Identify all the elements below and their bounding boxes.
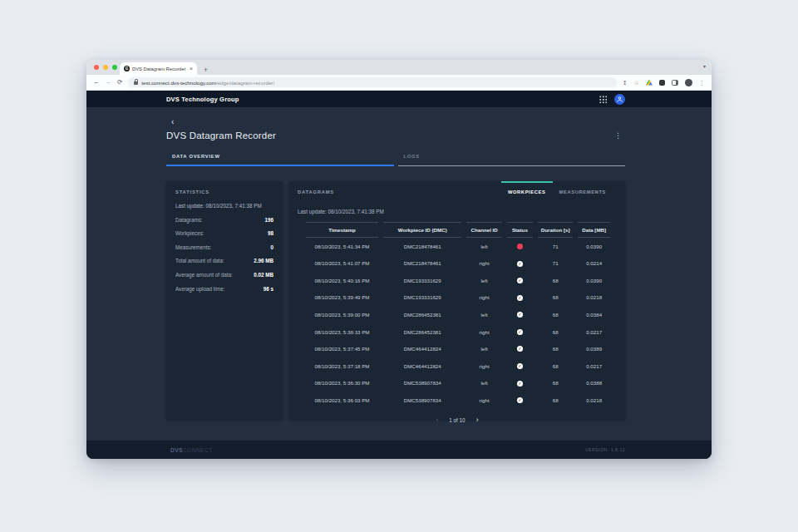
statistics-panel: STATISTICS Last update: 08/10/2023, 7:41…: [166, 181, 283, 420]
cell-duration: 68: [535, 323, 575, 340]
statistics-title: STATISTICS: [175, 190, 273, 195]
minimize-window-button[interactable]: [103, 65, 108, 70]
browser-tab[interactable]: G DVS Datagram Recorder ×: [120, 62, 197, 75]
cell-data-size: 0.0388: [575, 375, 613, 392]
browser-tab-strip: G DVS Datagram Recorder × + ▾: [86, 60, 712, 75]
table-row[interactable]: 08/10/2023, 5:39:00 PMDMC286452381left✓6…: [303, 306, 613, 323]
extension-icon[interactable]: [659, 80, 665, 86]
cell-channel-id: left: [464, 273, 504, 289]
table-row[interactable]: 08/10/2023, 5:39:49 PMDMC193331629right✓…: [303, 289, 613, 307]
app-main: ‹ DVS Datagram Recorder ⋮ DATA OVERVIEW …: [86, 107, 712, 441]
footer-brand-bold: DVS: [170, 447, 183, 453]
cell-timestamp: 08/10/2023, 5:39:00 PM: [303, 307, 381, 323]
tab-measurements[interactable]: MEASUREMENTS: [553, 181, 613, 198]
status-ok-icon: ✓: [517, 261, 523, 267]
stat-label: Total amount of data:: [175, 258, 224, 264]
cell-workpiece-id: DMC193331629: [381, 273, 464, 289]
table-row[interactable]: 08/10/2023, 5:41:07 PMDMC218478461right✓…: [303, 255, 613, 273]
maximize-window-button[interactable]: [112, 65, 117, 70]
footer-version: VERSION: 1.8.12: [585, 447, 625, 452]
url-path: /edge/datagram-recorder/: [216, 80, 274, 86]
column-header: Workpiece ID (DMC): [383, 222, 461, 238]
cell-workpiece-id: DMC286452381: [381, 323, 464, 340]
tab-search-chevron-icon[interactable]: ▾: [703, 63, 706, 69]
stat-label: Measurements:: [175, 244, 211, 250]
statistics-last-update: Last update: 08/10/2023, 7:41:38 PM: [175, 203, 273, 209]
cell-duration: 68: [535, 289, 575, 306]
cell-workpiece-id: DMC218478461: [381, 255, 464, 272]
cell-workpiece-id: DMC464412824: [381, 357, 464, 374]
browser-toolbar: ← → ⟳ test.connect.dvs-technology.com/ed…: [86, 75, 712, 91]
back-button[interactable]: ‹: [166, 119, 180, 126]
table-row[interactable]: 08/10/2023, 5:38:33 PMDMC286452381right✓…: [303, 323, 613, 341]
cell-timestamp: 08/10/2023, 5:40:16 PM: [303, 273, 381, 289]
table-row[interactable]: 08/10/2023, 5:40:16 PMDMC193331629left✓6…: [303, 272, 613, 289]
cell-duration: 68: [535, 375, 575, 392]
user-avatar[interactable]: [614, 94, 625, 105]
cell-status: ✓: [505, 306, 535, 323]
stat-row: Measurements:0: [175, 244, 273, 250]
stat-row: Workpieces:98: [175, 230, 273, 236]
tab-logs[interactable]: LOGS: [398, 154, 626, 166]
status-error-icon: [517, 244, 523, 249]
side-panel-icon[interactable]: [672, 80, 678, 86]
status-ok-icon: ✓: [517, 346, 523, 352]
cell-status: [505, 238, 535, 255]
datagrams-last-update: Last update: 08/10/2023, 7:41:38 PM: [289, 206, 625, 214]
cell-duration: 71: [535, 238, 575, 254]
share-icon[interactable]: ↥: [623, 80, 628, 86]
cell-channel-id: left: [464, 375, 504, 392]
cell-channel-id: right: [464, 289, 504, 306]
next-page-icon[interactable]: ›: [476, 416, 479, 424]
header-actions: [598, 94, 625, 105]
table-row[interactable]: 08/10/2023, 5:37:18 PMDMC464412824right✓…: [303, 357, 613, 375]
drive-extension-icon[interactable]: [646, 80, 653, 86]
page-menu-icon[interactable]: ⋮: [614, 132, 625, 140]
cell-status: ✓: [505, 340, 535, 357]
back-nav-icon[interactable]: ←: [93, 79, 100, 86]
app-viewport: DVS Technology Group ‹ DVS Datagram Reco…: [86, 91, 712, 459]
app-grid-icon[interactable]: [598, 95, 607, 103]
window-controls: [94, 65, 117, 70]
app-footer: DVSCONNECT VERSION: 1.8.12: [86, 441, 712, 459]
page-indicator: 1 of 10: [449, 417, 465, 423]
cell-status: ✓: [505, 289, 535, 307]
tab-workpieces[interactable]: WORKPIECES: [501, 181, 553, 198]
browser-menu-icon[interactable]: ⋮: [699, 80, 705, 86]
stat-label: Workpieces:: [175, 230, 204, 236]
datagrams-panel: DATAGRAMS WORKPIECES MEASUREMENTS Last u…: [289, 181, 625, 420]
new-tab-button[interactable]: +: [204, 66, 208, 74]
table-row[interactable]: 08/10/2023, 5:36:03 PMDMC538907834right✓…: [303, 392, 613, 409]
status-ok-icon: ✓: [517, 381, 523, 387]
stat-row: Average upload time:96 s: [175, 286, 273, 292]
cell-data-size: 0.0217: [575, 357, 613, 374]
url-bar[interactable]: test.connect.dvs-technology.com/edge/dat…: [128, 77, 617, 87]
cell-status: ✓: [505, 374, 535, 392]
person-icon: [616, 96, 623, 103]
cell-timestamp: 08/10/2023, 5:39:49 PM: [303, 289, 381, 306]
browser-profile-avatar[interactable]: [685, 79, 692, 86]
cell-workpiece-id: DMC464412824: [381, 341, 464, 357]
bookmark-star-icon[interactable]: ☆: [634, 80, 639, 86]
table-row[interactable]: 08/10/2023, 5:36:30 PMDMC538907834left✓6…: [303, 374, 613, 392]
close-tab-icon[interactable]: ×: [190, 66, 193, 71]
datagram-table-body: 08/10/2023, 5:41:34 PMDMC218478461left71…: [303, 238, 613, 408]
url-domain: test.connect.dvs-technology.com: [141, 80, 216, 86]
close-window-button[interactable]: [94, 65, 99, 70]
cell-data-size: 0.0389: [575, 341, 613, 357]
cell-timestamp: 08/10/2023, 5:37:45 PM: [303, 341, 381, 357]
reload-icon[interactable]: ⟳: [117, 79, 122, 86]
browser-window: G DVS Datagram Recorder × + ▾ ← → ⟳ test…: [86, 60, 712, 459]
cell-timestamp: 08/10/2023, 5:36:30 PM: [303, 375, 381, 392]
table-row[interactable]: 08/10/2023, 5:41:34 PMDMC218478461left71…: [303, 238, 613, 255]
cell-status: ✓: [505, 357, 535, 375]
table-row[interactable]: 08/10/2023, 5:37:45 PMDMC464412824left✓6…: [303, 340, 613, 357]
cell-data-size: 0.0218: [575, 289, 613, 306]
cell-data-size: 0.0217: [575, 323, 613, 340]
stat-row: Datagrams:196: [175, 217, 273, 223]
previous-page-icon[interactable]: ‹: [436, 416, 439, 424]
forward-nav-icon[interactable]: →: [106, 79, 112, 86]
tab-data-overview[interactable]: DATA OVERVIEW: [166, 154, 394, 166]
stat-value: 98: [268, 230, 273, 236]
brand-title: DVS Technology Group: [166, 96, 239, 103]
